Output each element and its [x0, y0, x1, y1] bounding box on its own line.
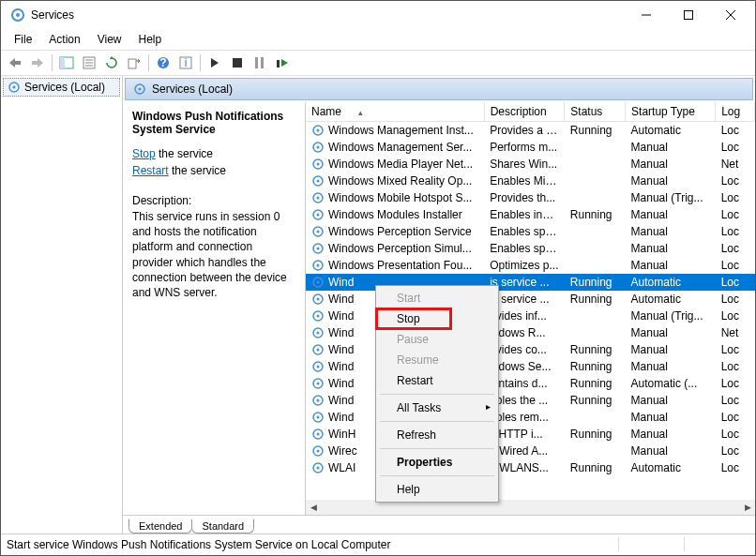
menu-help[interactable]: Help: [131, 31, 170, 48]
table-row[interactable]: Windindows R...ManualNet: [306, 324, 755, 341]
properties-button[interactable]: [79, 53, 99, 73]
cell-name: Wind: [328, 394, 354, 407]
gear-icon: [311, 326, 325, 339]
gear-icon: [133, 83, 146, 96]
table-row[interactable]: Windows Management Inst...Provides a c..…: [306, 122, 755, 140]
pause-service-button[interactable]: [249, 53, 270, 73]
ctx-all-tasks[interactable]: All Tasks: [378, 398, 496, 418]
stop-link[interactable]: Stop: [132, 147, 156, 160]
restart-service-button[interactable]: [272, 53, 293, 73]
column-description[interactable]: Description: [484, 102, 565, 122]
table-row[interactable]: Windis service ...RunningAutomaticLoc: [306, 274, 755, 291]
cell-status: [565, 240, 626, 257]
svg-rect-9: [60, 57, 65, 68]
start-service-button[interactable]: [204, 53, 225, 73]
cell-logon: Loc: [716, 443, 755, 459]
cell-startup: Manual: [626, 156, 716, 173]
column-name[interactable]: Name: [306, 102, 484, 122]
ctx-refresh[interactable]: Refresh: [378, 425, 496, 445]
view-tabs: Extended Standard: [123, 515, 755, 533]
description-label: Description:: [132, 194, 295, 207]
table-row[interactable]: Wirece Wired A...ManualLoc: [306, 443, 755, 459]
table-row[interactable]: Windows Mixed Reality Op...Enables Mix..…: [306, 173, 755, 189]
svg-rect-7: [32, 61, 38, 65]
table-row[interactable]: Windows Perception ServiceEnables spa...…: [306, 223, 755, 240]
table-row[interactable]: WinHinHTTP i...RunningManualLoc: [306, 426, 755, 443]
scroll-left-icon[interactable]: ◀: [306, 500, 321, 515]
table-row[interactable]: Windaintains d...RunningAutomatic (...Lo…: [306, 375, 755, 392]
gear-icon: [311, 158, 325, 171]
gear-icon: [311, 461, 325, 474]
about-button[interactable]: i: [175, 53, 196, 73]
menu-bar: File Action View Help: [1, 29, 755, 50]
cell-startup: Manual: [626, 173, 716, 189]
ctx-stop[interactable]: Stop: [378, 308, 496, 329]
column-logon[interactable]: Log: [716, 102, 755, 122]
ctx-properties[interactable]: Properties: [378, 452, 496, 473]
svg-point-62: [317, 416, 320, 419]
tab-extended[interactable]: Extended: [129, 519, 192, 533]
cell-name: Wind: [328, 326, 354, 339]
table-row[interactable]: Windows Presentation Fou...Optimizes p..…: [306, 257, 755, 274]
cell-status: Running: [565, 392, 626, 409]
column-status[interactable]: Status: [565, 102, 626, 122]
maximize-button[interactable]: [667, 2, 709, 28]
table-row[interactable]: WLAIe WLANS...RunningAutomaticLoc: [306, 459, 755, 476]
table-row[interactable]: Windovides co...RunningManualLoc: [306, 341, 755, 358]
cell-startup: Manual: [626, 240, 716, 257]
table-row[interactable]: Windows Modules InstallerEnables inst...…: [306, 206, 755, 223]
gear-icon: [311, 141, 325, 154]
cell-name: Windows Management Inst...: [328, 124, 474, 137]
table-row[interactable]: Windis service ...RunningAutomaticLoc: [306, 291, 755, 308]
table-row[interactable]: Windows Management Ser...Performs m...Ma…: [306, 139, 755, 156]
menu-action[interactable]: Action: [41, 31, 87, 48]
cell-name: Wind: [328, 377, 354, 390]
table-row[interactable]: Windovides inf...Manual (Trig...Loc: [306, 308, 755, 324]
ctx-restart[interactable]: Restart: [378, 370, 496, 391]
cell-description: Performs m...: [484, 139, 565, 156]
back-button[interactable]: [5, 53, 25, 73]
title-bar: Services: [1, 1, 755, 29]
close-button[interactable]: [709, 2, 751, 28]
ctx-help[interactable]: Help: [378, 479, 496, 500]
table-row[interactable]: Windindows Se...RunningManualLoc: [306, 358, 755, 375]
toolbar: ? i: [1, 50, 755, 76]
gear-icon: [311, 411, 325, 424]
show-hide-tree-button[interactable]: [56, 53, 77, 73]
cell-name: WinH: [328, 428, 355, 441]
minimize-button[interactable]: [625, 2, 667, 28]
svg-point-30: [317, 146, 320, 149]
menu-view[interactable]: View: [90, 31, 129, 48]
service-list[interactable]: Name Description Status Startup Type Log…: [306, 102, 755, 515]
menu-file[interactable]: File: [7, 31, 39, 48]
table-row[interactable]: Windables rem...ManualLoc: [306, 409, 755, 426]
cell-logon: Loc: [716, 206, 755, 223]
stop-service-button[interactable]: [227, 53, 248, 73]
restart-link[interactable]: Restart: [132, 164, 169, 177]
cell-description: Enables spa...: [484, 223, 565, 240]
table-row[interactable]: Windows Perception Simul...Enables spa..…: [306, 240, 755, 257]
svg-point-60: [317, 399, 320, 402]
svg-point-54: [317, 349, 320, 352]
cell-startup: Manual: [626, 426, 716, 443]
scroll-right-icon[interactable]: ▶: [740, 500, 755, 515]
cell-status: [565, 308, 626, 324]
cell-status: [565, 223, 626, 240]
cell-description: Shares Win...: [484, 156, 565, 173]
table-row[interactable]: Windables the ...RunningManualLoc: [306, 392, 755, 409]
export-button[interactable]: [124, 53, 144, 73]
svg-rect-22: [277, 60, 280, 68]
help-button[interactable]: ?: [153, 53, 174, 73]
table-row[interactable]: Windows Media Player Net...Shares Win...…: [306, 156, 755, 173]
refresh-button[interactable]: [101, 53, 122, 73]
column-startup[interactable]: Startup Type: [626, 102, 716, 122]
tab-standard[interactable]: Standard: [191, 519, 254, 533]
table-row[interactable]: Windows Mobile Hotspot S...Provides th..…: [306, 189, 755, 206]
horizontal-scrollbar[interactable]: ◀ ▶: [306, 500, 755, 515]
context-menu: Start Stop Pause Resume Restart All Task…: [375, 285, 499, 503]
forward-button[interactable]: [27, 53, 48, 73]
cell-status: [565, 139, 626, 156]
cell-name: WLAI: [328, 461, 355, 474]
tree-node-services-local[interactable]: Services (Local): [3, 78, 120, 97]
cell-logon: Loc: [716, 392, 755, 409]
